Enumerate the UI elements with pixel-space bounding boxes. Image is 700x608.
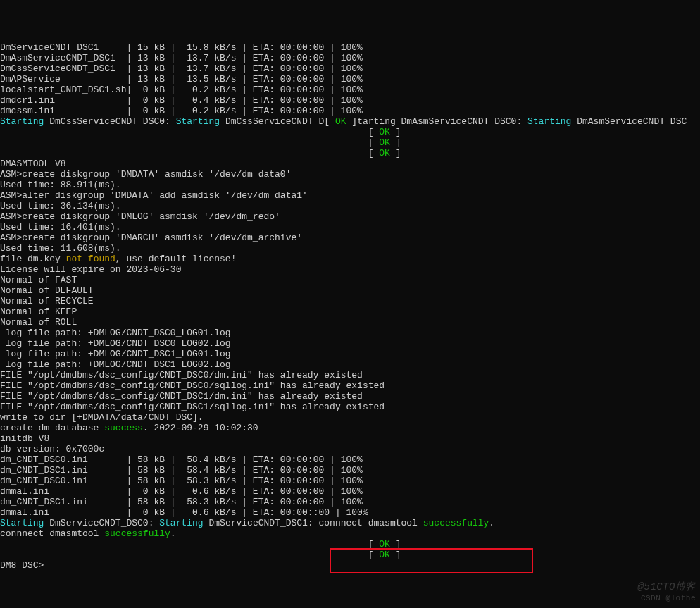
terminal-line: FILE "/opt/dmdbms/dsc_config/CNDT_DSC1/s… [0, 402, 700, 412]
terminal-line: Used time: 36.134(ms). [0, 201, 700, 211]
terminal-line: Used time: 16.401(ms). [0, 222, 700, 232]
terminal-line: ASM>create diskgroup 'DMARCH' asmdisk '/… [0, 232, 700, 243]
terminal-line: Used time: 88.911(ms). [0, 180, 700, 190]
terminal-line: Normal of FAST [0, 275, 700, 285]
terminal-line: create dm database success. 2022-09-29 1… [0, 423, 700, 433]
terminal-line: ASM>alter diskgroup 'DMDATA' add asmdisk… [0, 190, 700, 201]
terminal-line: ASM>create diskgroup 'DMDATA' asmdisk '/… [0, 169, 700, 180]
terminal-line: DmServiceCNDT_DSC1 | 15 kB | 15.8 kB/s |… [0, 42, 700, 53]
terminal-line: initdb V8 [0, 433, 700, 444]
terminal-line: log file path: +DMLOG/CNDT_DSC1_LOG02.lo… [0, 359, 700, 370]
terminal-line: DMASMTOOL V8 [0, 159, 700, 169]
terminal-line: dmcssm.ini | 0 kB | 0.2 kB/s | ETA: 00:0… [0, 106, 700, 116]
terminal-line: Starting DmServiceCNDT_DSC0: Starting Dm… [0, 518, 700, 528]
terminal-line: dmmal.ini | 0 kB | 0.6 kB/s | ETA: 00:00… [0, 507, 700, 518]
terminal-line: db version: 0x7000c [0, 444, 700, 454]
watermark-51cto: @51CTO博客 [638, 582, 696, 593]
terminal-line: localstart_CNDT_DSC1.sh| 0 kB | 0.2 kB/s… [0, 85, 700, 95]
terminal-line: log file path: +DMLOG/CNDT_DSC0_LOG01.lo… [0, 328, 700, 338]
terminal-line: DmAPService | 13 kB | 13.5 kB/s | ETA: 0… [0, 74, 700, 85]
terminal-line: License will expire on 2023-06-30 [0, 264, 700, 275]
terminal-line: file dm.key not found, use default licen… [0, 254, 700, 264]
terminal-line: connnect dmasmtool successfully. [0, 528, 700, 539]
terminal-line: Normal of KEEP [0, 306, 700, 317]
terminal-line: [ OK ] [0, 137, 700, 148]
terminal-line: [ OK ] [0, 148, 700, 159]
terminal-line: Normal of ROLL [0, 317, 700, 328]
terminal-line: dm_CNDT_DSC1.ini | 58 kB | 58.3 kB/s | E… [0, 497, 700, 507]
terminal-line: Normal of DEFAULT [0, 285, 700, 296]
terminal-line: FILE "/opt/dmdbms/dsc_config/CNDT_DSC1/d… [0, 391, 700, 402]
terminal-line: log file path: +DMLOG/CNDT_DSC0_LOG02.lo… [0, 338, 700, 349]
terminal-line: write to dir [+DMDATA/data/CNDT_DSC]. [0, 412, 700, 423]
terminal-line: ASM>create diskgroup 'DMLOG' asmdisk '/d… [0, 211, 700, 222]
terminal-line: Starting DmCssServiceCNDT_DSC0: Starting… [0, 116, 700, 127]
terminal-line: [ OK ] [0, 127, 700, 137]
terminal-line: dmdcr1.ini | 0 kB | 0.4 kB/s | ETA: 00:0… [0, 95, 700, 106]
terminal-line: dm_CNDT_DSC0.ini | 58 kB | 58.4 kB/s | E… [0, 454, 700, 465]
terminal-line: dm_CNDT_DSC0.ini | 58 kB | 58.3 kB/s | E… [0, 476, 700, 486]
terminal-output[interactable]: DmServiceCNDT_DSC1 | 15 kB | 15.8 kB/s |… [0, 42, 700, 571]
terminal-line: DM8 DSC> [0, 560, 700, 571]
terminal-line: dm_CNDT_DSC1.ini | 58 kB | 58.4 kB/s | E… [0, 465, 700, 476]
watermark-csdn: CSDN @lothe [641, 593, 696, 604]
terminal-line: Used time: 11.608(ms). [0, 243, 700, 254]
terminal-line: DmCssServiceCNDT_DSC1 | 13 kB | 13.7 kB/… [0, 63, 700, 74]
terminal-line: log file path: +DMLOG/CNDT_DSC1_LOG01.lo… [0, 349, 700, 359]
terminal-line: FILE "/opt/dmdbms/dsc_config/CNDT_DSC0/s… [0, 380, 700, 391]
terminal-line: DmAsmServiceCNDT_DSC1 | 13 kB | 13.7 kB/… [0, 53, 700, 63]
terminal-line: [ OK ] [0, 550, 700, 560]
terminal-line: [ OK ] [0, 539, 700, 550]
terminal-line: FILE "/opt/dmdbms/dsc_config/CNDT_DSC0/d… [0, 370, 700, 380]
terminal-line: dmmal.ini | 0 kB | 0.6 kB/s | ETA: 00:00… [0, 486, 700, 497]
terminal-line: Normal of RECYCLE [0, 296, 700, 306]
